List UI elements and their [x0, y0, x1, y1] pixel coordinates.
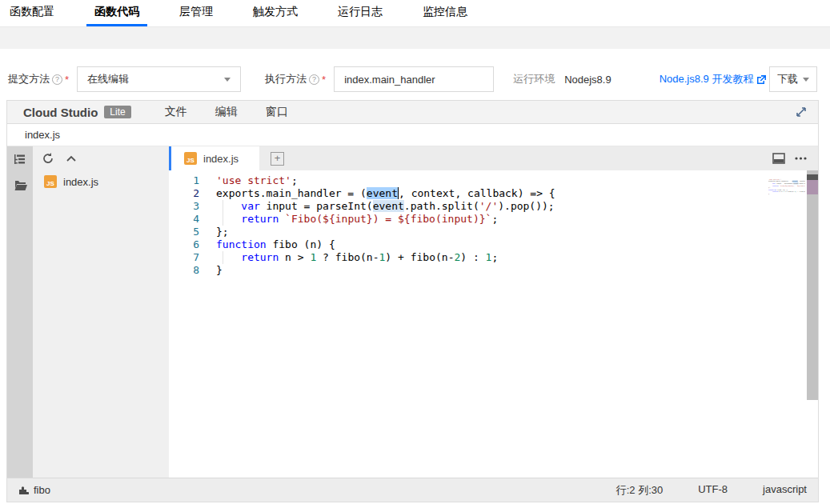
menu-window[interactable]: 窗口 [266, 105, 288, 119]
exec-method-label: 执行方法 ? * [265, 72, 326, 86]
more-actions-icon[interactable] [795, 157, 807, 160]
js-file-icon: JS [184, 152, 197, 165]
status-bar: fibo 行:2 列:30 UTF-8 javascript [7, 478, 818, 502]
tab-layer-management[interactable]: 层管理 [176, 0, 216, 26]
download-button[interactable]: 下载 [769, 66, 817, 92]
collapse-all-icon[interactable] [66, 155, 76, 162]
new-tab-button[interactable]: + [271, 152, 284, 166]
breadcrumb: index.js [7, 124, 818, 146]
tree-item-indexjs[interactable]: JS index.js [33, 170, 169, 193]
lite-badge: Lite [104, 106, 130, 118]
refresh-icon[interactable] [42, 153, 54, 164]
ide-header: Cloud Studio Lite 文件 编辑 窗口 [7, 101, 818, 124]
activity-bar [7, 146, 33, 478]
exec-method-label-text: 执行方法 [265, 72, 307, 86]
code-settings-form: 提交方法 ? * 在线编辑 执行方法 ? * 运行环境 Nodejs8.9 No… [8, 66, 817, 92]
tree-item-label: index.js [63, 176, 98, 188]
tab-trigger-method[interactable]: 触发方式 [250, 0, 301, 26]
menu-edit[interactable]: 编辑 [215, 105, 238, 119]
tab-run-logs[interactable]: 运行日志 [335, 0, 386, 26]
cloud-studio-panel: Cloud Studio Lite 文件 编辑 窗口 index.js [6, 100, 819, 502]
external-link-icon [756, 74, 767, 85]
code-editor[interactable]: 12345678 'use strict';exports.main_handl… [169, 170, 818, 478]
tab-function-code[interactable]: 函数代码 [91, 0, 142, 26]
nodejs-doc-link[interactable]: Node.js8.9 开发教程 [660, 72, 768, 86]
encoding-indicator[interactable]: UTF-8 [698, 483, 728, 498]
line-numbers: 12345678 [169, 174, 199, 277]
explorer-toolbar [33, 146, 169, 170]
file-explorer: JS index.js [33, 146, 169, 478]
breadcrumb-filename: index.js [25, 129, 60, 141]
submit-method-select[interactable]: 在线编辑 [77, 66, 241, 92]
fullscreen-expand-icon[interactable] [796, 106, 807, 118]
submit-method-selected-value: 在线编辑 [87, 72, 129, 86]
panel-resize-sash[interactable] [169, 146, 171, 170]
cursor-position[interactable]: 行:2 列:30 [616, 483, 664, 498]
runtime-value: Nodejs8.9 [564, 74, 611, 86]
submit-method-label-text: 提交方法 [8, 72, 50, 86]
runtime-label: 运行环境 [513, 72, 555, 86]
workspace-icon [18, 486, 29, 495]
split-editor-icon[interactable] [772, 153, 785, 164]
project-name: fibo [34, 484, 50, 496]
chevron-down-icon [224, 78, 231, 82]
file-tree-view-icon[interactable] [14, 153, 26, 166]
required-asterisk: * [65, 74, 69, 86]
editor-tab-bar: JS index.js + [169, 146, 818, 170]
menu-file[interactable]: 文件 [165, 105, 187, 119]
editor-group: JS index.js + 12345678 'use strict'; [169, 146, 818, 478]
required-asterisk: * [322, 74, 326, 86]
editor-scrollbar[interactable] [807, 170, 818, 400]
minimap[interactable]: 'use strict';exports.main_handler = (eve… [721, 174, 805, 210]
submit-method-help-icon[interactable]: ? [52, 74, 62, 85]
editor-tab-label: index.js [203, 153, 239, 165]
submit-method-label: 提交方法 ? * [8, 72, 69, 86]
function-nav-tabs: 函数配置 函数代码 层管理 触发方式 运行日志 监控信息 [0, 0, 830, 26]
header-divider-band [0, 26, 830, 49]
scrollbar-thumb[interactable] [807, 174, 818, 180]
code-content[interactable]: 'use strict';exports.main_handler = (eve… [216, 174, 555, 277]
exec-method-input[interactable] [334, 66, 494, 92]
doc-link-text: Node.js8.9 开发教程 [660, 72, 754, 86]
exec-method-help-icon[interactable]: ? [309, 74, 319, 85]
ide-title: Cloud Studio [23, 106, 98, 119]
overview-ruler-selection-mark [807, 180, 818, 194]
chevron-down-icon [803, 78, 809, 82]
tab-monitoring-info[interactable]: 监控信息 [419, 0, 471, 26]
js-file-icon: JS [44, 175, 57, 188]
tab-function-config[interactable]: 函数配置 [6, 0, 58, 26]
download-button-label: 下载 [777, 72, 798, 86]
editor-tab-indexjs[interactable]: JS index.js [171, 146, 259, 170]
folder-icon[interactable] [14, 180, 27, 191]
language-mode[interactable]: javascript [763, 483, 807, 498]
